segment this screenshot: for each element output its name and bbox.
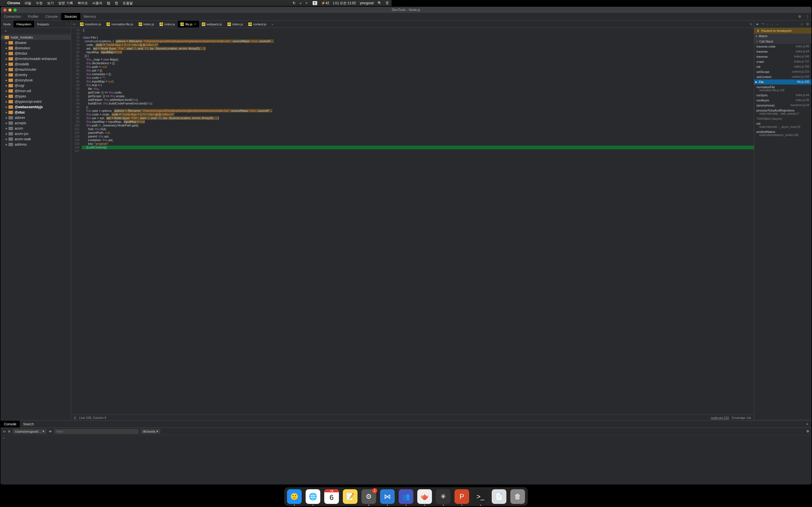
ime-indicator[interactable]: 한	[313, 1, 317, 5]
sources-left-pane: NodeFilesystemSnippets ⋮ + ▼node_modules…	[1, 20, 71, 244]
user-name[interactable]: ymcgood	[360, 1, 373, 5]
status-icon[interactable]: ⟐	[299, 1, 301, 5]
devtools-tab-profiler[interactable]: Profiler	[24, 13, 42, 20]
js-file-icon: JS	[80, 22, 84, 26]
tree-item[interactable]: ▶acorn-walk	[1, 136, 71, 142]
devtools-toolbar: ConnectionProfilerConsoleSourcesMemory ⚙…	[1, 13, 392, 20]
js-file-icon: JS	[202, 22, 205, 26]
menu-item[interactable]: 수정	[36, 1, 43, 6]
menu-item[interactable]: 도움말	[123, 1, 133, 6]
control-center-icon[interactable]: ☰	[386, 1, 389, 5]
file-tab[interactable]: JStransform.js	[77, 20, 104, 27]
tree-item[interactable]: ▶accepts	[1, 120, 71, 126]
left-pane-more-icon[interactable]: ⋮	[63, 22, 71, 26]
menu-item[interactable]: 파일	[24, 1, 31, 6]
devtools-window: DevTools - Node.js ConnectionProfilerCon…	[1, 7, 392, 244]
js-file-icon: JS	[107, 22, 110, 26]
tree-item[interactable]: ▶@webassemblyjs	[1, 104, 71, 110]
tabs-overflow-icon[interactable]: »	[269, 22, 275, 26]
js-file-icon: JS	[139, 22, 142, 26]
tree-item[interactable]: ▶@svgr	[1, 83, 71, 88]
file-tab[interactable]: JSindex.js	[157, 20, 177, 27]
left-tab-snippets[interactable]: Snippets	[34, 20, 52, 27]
file-tree[interactable]: ▼node_modules▶@babel▶@emotion▶@fimbul▶@m…	[1, 34, 71, 244]
file-tab[interactable]: JSnormalize-file.js	[104, 20, 136, 27]
macos-menubar: Chrome 파일 수정 보기 방문 기록 북마크 사용자 탭 창 도움말 ↻ …	[0, 0, 392, 6]
js-file-icon: JS	[248, 22, 252, 26]
tree-item[interactable]: ▶acorn-jsx	[1, 131, 71, 136]
tree-item[interactable]: ▶@nodelib	[1, 61, 71, 67]
file-tab[interactable]: JSindex.js	[225, 20, 246, 27]
close-window-button[interactable]	[3, 8, 6, 11]
tree-item[interactable]: ▶abbrev	[1, 115, 71, 120]
minimize-window-button[interactable]	[8, 8, 11, 11]
file-tabs: ▭ JStransform.jsJSnormalize-file.jsJSind…	[71, 20, 392, 28]
file-tab[interactable]: JSfile.js✕	[177, 20, 199, 27]
left-tab-filesystem[interactable]: Filesystem	[13, 20, 34, 27]
menu-item[interactable]: 보기	[47, 1, 54, 6]
zoom-window-button[interactable]	[13, 8, 17, 11]
nav-toggle-icon[interactable]: ▭	[71, 22, 77, 26]
devtools-tab-memory[interactable]: Memory	[80, 13, 99, 20]
menu-item[interactable]: 북마크	[78, 1, 88, 6]
js-file-icon: JS	[160, 22, 163, 26]
tree-item[interactable]: ▶@emotion	[1, 45, 71, 51]
sync-icon[interactable]: ↻	[293, 1, 296, 5]
devtools-tab-connection[interactable]: Connection	[1, 13, 24, 20]
tree-item[interactable]: ▶address	[1, 142, 71, 147]
menu-item[interactable]: 탭	[107, 1, 110, 6]
file-tab[interactable]: JSindex.js	[136, 20, 157, 27]
tree-root[interactable]: ▼node_modules	[1, 35, 71, 40]
left-tab-node[interactable]: Node	[1, 20, 13, 27]
tree-item[interactable]: ▶@fimbul	[1, 51, 71, 56]
app-name[interactable]: Chrome	[7, 1, 20, 5]
menu-item[interactable]: 방문 기록	[58, 1, 73, 6]
devtools-tab-sources[interactable]: Sources	[61, 13, 80, 20]
tree-item[interactable]: ▶@typescript-eslint	[1, 99, 71, 104]
window-titlebar[interactable]: DevTools - Node.js	[1, 7, 392, 13]
tree-item[interactable]: ▶@sentry	[1, 72, 71, 77]
js-file-icon: JS	[181, 22, 184, 26]
file-tab[interactable]: JScontext.js	[246, 20, 269, 27]
spotlight-icon[interactable]: 🔍	[377, 1, 382, 5]
tree-item[interactable]: ▶@tmon-sdl	[1, 88, 71, 94]
clock[interactable]: (수) 오전 11:02	[333, 1, 356, 6]
tree-item[interactable]: ▶acorn	[1, 126, 71, 131]
tree-item[interactable]: ▶@babel	[1, 40, 71, 45]
editor-pane: ▭ JStransform.jsJSnormalize-file.jsJSind…	[71, 20, 392, 244]
menu-item[interactable]: 사용자	[92, 1, 102, 6]
js-file-icon: JS	[227, 22, 231, 26]
close-tab-icon[interactable]: ✕	[194, 22, 196, 25]
code-editor[interactable]: 7475767778798081828384858687888990919293…	[71, 28, 392, 244]
battery-indicator[interactable]: ⚡42	[321, 1, 329, 5]
menu-item[interactable]: 창	[115, 1, 118, 6]
tree-item[interactable]: ▶@storybook	[1, 77, 71, 83]
add-folder-button[interactable]: +	[1, 28, 71, 34]
tree-item[interactable]: ▶@reach/router	[1, 67, 71, 72]
devtools-tab-console[interactable]: Console	[42, 13, 61, 20]
wifi-icon[interactable]: ᯤ	[305, 1, 309, 5]
tree-item[interactable]: ▶@mrmlnc/readdir-enhanced	[1, 56, 71, 61]
file-tab[interactable]: JSwebpack.js	[199, 20, 225, 27]
tree-item[interactable]: ▶@types	[1, 94, 71, 99]
tree-item[interactable]: ▶@xtuc	[1, 110, 71, 115]
